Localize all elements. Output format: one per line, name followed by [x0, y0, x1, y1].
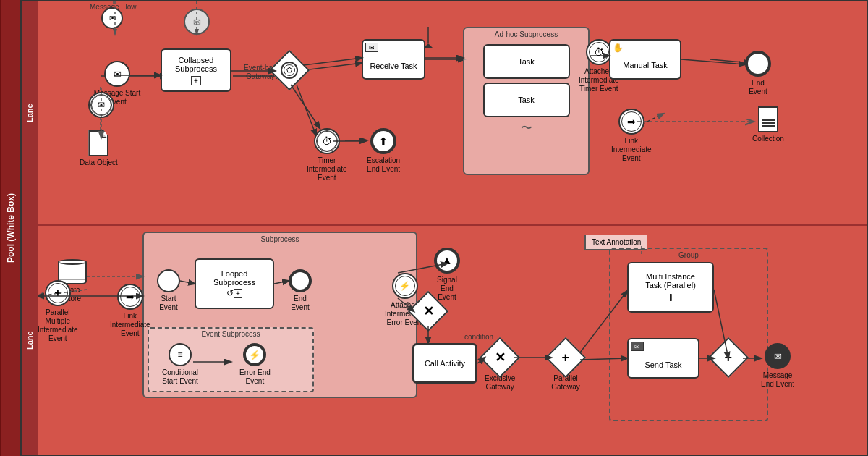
lane1-connectors: Event-based Gateway [38, 1, 867, 224]
subprocess-start-event[interactable]: StartEvent [157, 269, 180, 312]
manual-task[interactable]: ✋ Manual Task [609, 39, 681, 80]
excl-gw-1-shape: ✕ [408, 291, 449, 332]
svg-line-17 [304, 58, 362, 65]
data-object-label: Data Object [80, 159, 118, 167]
timer-int-circle: ⏱ [314, 128, 340, 154]
par-mult-label: ParallelMultipleIntermediateEvent [38, 308, 78, 343]
cond-start-label: ConditionalStart Event [162, 368, 198, 386]
link-int-label: LinkIntermediateEvent [611, 137, 652, 163]
signal-end-event[interactable]: ▲ SignalEndEvent [434, 248, 460, 302]
error-end-label: Error EndEvent [239, 368, 271, 386]
collapsed-subprocess[interactable]: CollapsedSubprocess + [161, 48, 231, 92]
collection-label: Collection [752, 135, 784, 143]
call-activity[interactable]: Call Activity [412, 343, 477, 384]
lane-2-label: Lane [22, 226, 38, 455]
lane-2-content: Subprocess StartEvent LoopedSubprocess ↺… [38, 226, 867, 455]
pool-content: Lane [22, 1, 867, 455]
exclusive-gateway-1[interactable]: ✕ [414, 297, 443, 326]
end-event-1[interactable]: EndEvent [745, 51, 771, 96]
subprocess-end-label: EndEvent [291, 295, 310, 312]
subprocess-start-label: StartEvent [159, 295, 178, 312]
timer-int-label: TimerIntermediateEvent [307, 156, 347, 182]
end-event-label: EndEvent [749, 79, 767, 96]
parallel-multiple-intermediate[interactable]: + ParallelMultipleIntermediateEvent [38, 280, 78, 343]
adhoc-task-2[interactable]: Task [483, 83, 570, 117]
manual-task-box: ✋ Manual Task [609, 39, 681, 80]
lane-1: Lane [22, 1, 867, 226]
svg-text:Gateway: Gateway [246, 72, 274, 80]
msg-end-circle: ✉ [765, 343, 791, 369]
pool-label: Pool (White Box) [0, 0, 20, 456]
escalation-end-label: EscalationEnd Event [367, 156, 400, 174]
subprocess-end-event[interactable]: EndEvent [289, 269, 312, 312]
attached-error-circle: ⚡ [392, 273, 418, 299]
escalation-end-event[interactable]: ⬆ EscalationEnd Event [367, 128, 400, 174]
svg-line-12 [710, 59, 750, 63]
end-event-circle [745, 51, 771, 77]
multi-instance-task[interactable]: Multi InstanceTask (Parallel) ⫿ [627, 262, 714, 313]
par-gw-shape: + [545, 337, 587, 379]
svg-line-31 [180, 281, 195, 284]
parallel-gateway-2[interactable]: + [714, 343, 743, 372]
event-based-gateway[interactable]: ⬠ [275, 56, 304, 85]
par-gw-2-icon: + [725, 350, 733, 365]
link-int-circle: ➡ [618, 109, 644, 135]
exclusive-gateway-2[interactable]: ✕ ExclusiveGateway [485, 343, 515, 392]
subprocess-container[interactable]: Subprocess StartEvent LoopedSubprocess ↺… [142, 232, 417, 398]
excl-gw-2-shape: ✕ [480, 337, 521, 379]
pool-inner: Lane [20, 0, 868, 456]
send-task[interactable]: ✉ Send Task [627, 338, 699, 379]
multi-inst-box: Multi InstanceTask (Parallel) ⫿ [627, 262, 714, 313]
event-based-gateway-icon: ⬠ [281, 62, 298, 79]
message-start-circle: ✉ [104, 61, 130, 87]
timer-intermediate-event[interactable]: ⏱ TimerIntermediateEvent [307, 128, 347, 182]
par-gw-icon: + [562, 350, 570, 365]
data-object[interactable]: Data Object [80, 130, 118, 167]
event-based-gateway-shape: ⬠ [269, 50, 310, 91]
collapsed-subprocess-box: CollapsedSubprocess + [161, 48, 231, 92]
link-int-2-label: LinkIntermediateEvent [110, 312, 150, 338]
lane-1-content: Event-based Gateway [38, 1, 867, 224]
svg-line-8 [304, 63, 362, 70]
collection[interactable]: Collection [752, 106, 784, 143]
condition-label: condition [464, 333, 493, 341]
message-event-top[interactable]: ✉ [101, 7, 123, 29]
message-intermediate-event[interactable]: ✉ [88, 92, 114, 118]
call-activity-box: Call Activity [412, 343, 477, 384]
adhoc-task-1[interactable]: Task [483, 44, 570, 79]
msg-end-label: MessageEnd Event [761, 371, 794, 389]
link-int-2-circle: ➡ [117, 284, 143, 310]
excl-gw-1-icon: ✕ [423, 303, 434, 319]
conditional-start-event[interactable]: ≡ ConditionalStart Event [162, 343, 198, 386]
message-event-2[interactable]: ✉ [184, 9, 210, 35]
message-end-event[interactable]: ✉ MessageEnd Event [761, 343, 794, 389]
lane-1-label: Lane [22, 1, 38, 224]
svg-line-18 [291, 85, 320, 128]
looped-subprocess-box: LoopedSubprocess ↺+ [195, 258, 274, 309]
lane-2: Lane Subprocess StartEvent Lo [22, 226, 867, 455]
escalation-end-circle: ⬆ [370, 128, 396, 154]
adhoc-subprocess[interactable]: Ad-hoc Subprocess Task Task 〜 [463, 27, 590, 175]
link-int-event-2[interactable]: ➡ LinkIntermediateEvent [110, 284, 150, 338]
receive-task[interactable]: ✉ Receive Task [362, 39, 425, 80]
send-task-box: ✉ Send Task [627, 338, 699, 379]
signal-end-circle: ▲ [434, 248, 460, 274]
link-intermediate-event[interactable]: ➡ LinkIntermediateEvent [611, 109, 652, 163]
excl-gw-2-icon: ✕ [495, 350, 506, 366]
parallel-gateway[interactable]: + ParallelGateway [551, 343, 580, 392]
svg-line-24 [681, 59, 745, 64]
msg-int-circle: ✉ [88, 92, 114, 118]
par-gw-2-shape: + [708, 337, 749, 379]
lane1-arrows [38, 1, 867, 224]
svg-marker-27 [113, 29, 117, 36]
pool: Pool (White Box) Lane [0, 0, 868, 456]
par-mult-circle: + [45, 280, 71, 306]
looped-subprocess[interactable]: LoopedSubprocess ↺+ [195, 258, 274, 309]
error-end-event[interactable]: ⚡ Error EndEvent [239, 343, 271, 386]
attached-timer-circle: ⏱ [586, 39, 612, 65]
svg-line-32 [274, 281, 289, 284]
receive-task-box: ✉ Receive Task [362, 39, 425, 80]
